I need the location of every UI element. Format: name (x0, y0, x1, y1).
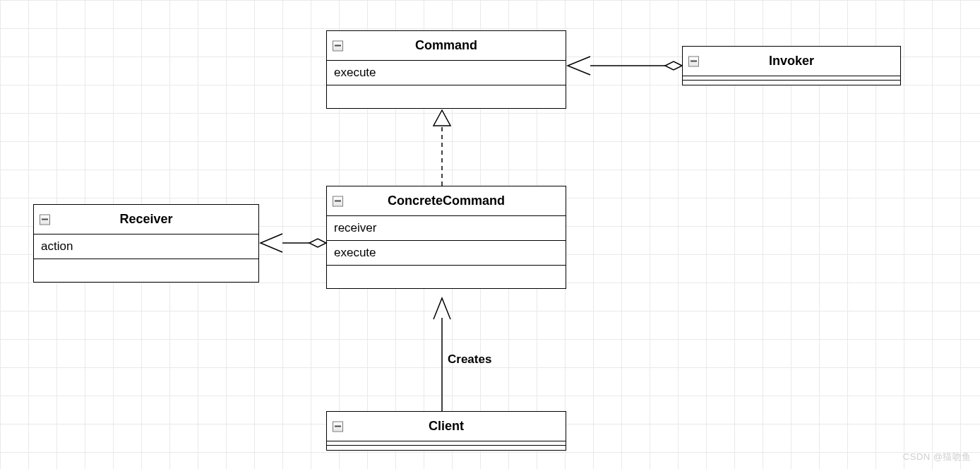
class-invoker[interactable]: Invoker (682, 46, 901, 85)
class-concrete-op: execute (327, 241, 566, 266)
class-invoker-name: Invoker (769, 54, 814, 68)
class-receiver[interactable]: Receiver action (33, 204, 259, 283)
underline (683, 81, 900, 85)
collapse-icon[interactable] (333, 421, 343, 432)
class-concrete-command[interactable]: ConcreteCommand receiver execute (326, 186, 566, 289)
class-receiver-member: action (34, 234, 258, 259)
class-concrete-empty (327, 266, 566, 288)
collapse-icon[interactable] (40, 214, 50, 225)
diagram-stage: Command execute Invoker ConcreteCommand … (0, 0, 980, 469)
class-command-member: execute (327, 61, 566, 85)
class-command[interactable]: Command execute (326, 30, 566, 109)
class-concrete-attr: receiver (327, 216, 566, 241)
collapse-icon[interactable] (333, 196, 343, 206)
watermark: CSDN @猫吻鱼 (903, 451, 972, 463)
edge-label-creates: Creates (448, 352, 491, 367)
class-client-name: Client (429, 419, 464, 433)
collapse-icon[interactable] (688, 56, 699, 66)
collapse-icon[interactable] (333, 40, 343, 51)
class-receiver-name: Receiver (119, 212, 172, 226)
class-command-name: Command (415, 38, 477, 52)
class-client[interactable]: Client (326, 411, 566, 451)
class-receiver-empty (34, 259, 258, 282)
class-concrete-name: ConcreteCommand (388, 194, 505, 208)
class-command-empty (327, 85, 566, 108)
underline (327, 446, 566, 450)
